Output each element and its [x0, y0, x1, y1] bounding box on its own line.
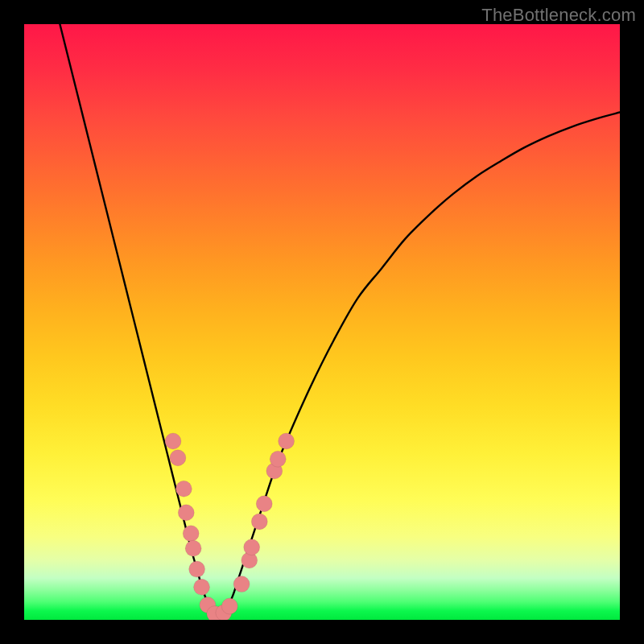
bottleneck-curve — [60, 24, 620, 615]
curve-marker — [165, 433, 181, 449]
curve-marker — [185, 540, 201, 556]
plot-area — [24, 24, 620, 620]
chart-overlay — [24, 24, 620, 620]
curve-marker — [251, 514, 267, 530]
curve-marker — [221, 598, 237, 614]
curve-marker — [189, 561, 205, 577]
watermark-text: TheBottleneck.com — [481, 5, 636, 26]
marker-group — [165, 433, 295, 620]
curve-marker — [183, 526, 199, 542]
curve-marker — [178, 505, 194, 521]
curve-marker — [270, 451, 286, 467]
curve-marker — [256, 496, 272, 512]
curve-marker — [175, 481, 192, 497]
curve-marker — [194, 579, 210, 595]
curve-marker — [170, 450, 186, 466]
curve-marker — [244, 539, 260, 555]
curve-marker — [279, 433, 295, 449]
curve-marker — [233, 576, 250, 592]
chart-frame: TheBottleneck.com — [0, 0, 644, 644]
